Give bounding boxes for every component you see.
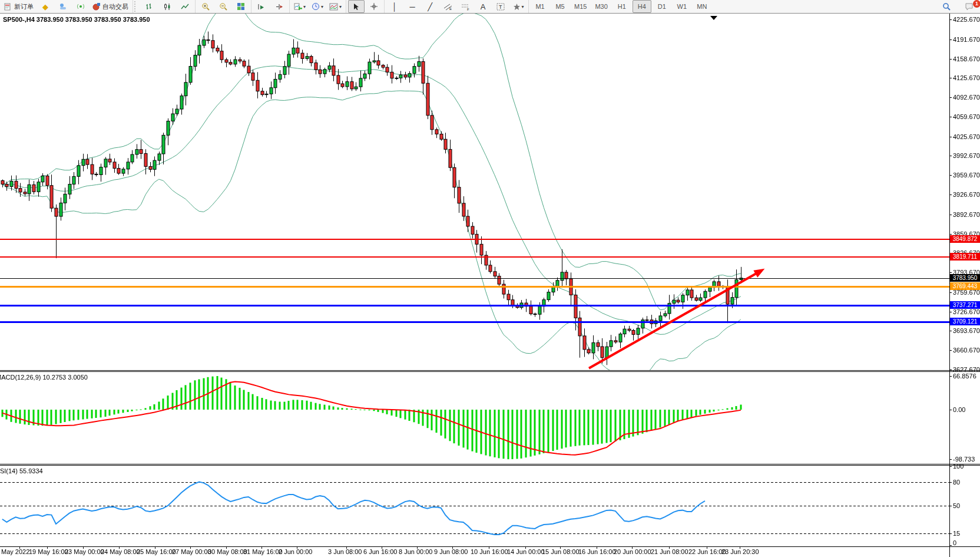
time-axis-label: 9 Jun 08:00 (434, 548, 468, 555)
objects-group: │ ─ ╱ E F A T ▾ (385, 0, 529, 13)
tile-windows-button[interactable] (233, 0, 249, 13)
toolbar-right: 1 (938, 0, 978, 13)
time-axis-label: 19 May 16:00 (29, 548, 68, 555)
publisher-icon (59, 2, 67, 11)
price-axis-tick: 4225.670 (953, 16, 980, 23)
auto-trading-button[interactable]: 自动交易 (90, 0, 131, 13)
price-line-badge: 3819.711 (950, 253, 980, 261)
chevron-down-icon: ▾ (321, 4, 323, 9)
time-axis-label: 16 Jun 16:00 (578, 548, 616, 555)
crosshair-icon (370, 2, 378, 11)
trading-platform-window: 新订单 ◆ 自动交易 (0, 0, 980, 557)
time-axis-label: May 2022 (1, 548, 29, 555)
templates-icon (329, 3, 338, 11)
chart-shift-icon (275, 3, 283, 11)
zoom-in-icon (201, 2, 210, 11)
price-line-badge: 3709.121 (950, 318, 980, 325)
price-line-badge: 3769.443 (950, 282, 980, 290)
fibo-button[interactable]: F (457, 0, 474, 13)
price-axis-tick: 4059.670 (953, 113, 980, 120)
price-axis-tick: 3992.670 (953, 152, 980, 159)
search-button[interactable] (938, 0, 955, 13)
chart-area: SP500-,H4 3783.950 3783.950 3783.950 378… (0, 13, 980, 557)
rsi-axis-tick: 100 (953, 463, 964, 470)
line-chart-button[interactable] (177, 0, 193, 13)
autotrade-icon (92, 2, 101, 11)
price-axis-tick: 4092.670 (953, 94, 980, 101)
time-axis-label: 23 May 00:00 (65, 548, 104, 555)
notifications-button[interactable]: 1 (961, 0, 977, 13)
zoom-group (196, 0, 251, 13)
text-icon: A (481, 3, 486, 11)
timeframe-h4-button[interactable]: H4 (633, 0, 651, 13)
time-axis-label: 10 Jun 16:00 (471, 548, 508, 555)
timeframe-d1-button[interactable]: D1 (653, 0, 671, 13)
timeframe-m30-button[interactable]: M30 (591, 0, 611, 13)
label-button[interactable]: T (492, 0, 509, 13)
price-line-badge: 3849.872 (950, 235, 980, 243)
price-axis-tick: 4191.670 (953, 36, 980, 43)
trendline-button[interactable]: ╱ (422, 0, 438, 13)
chevron-down-icon: ▾ (303, 4, 306, 9)
timeframe-w1-button[interactable]: W1 (673, 0, 691, 13)
indicators-icon (294, 2, 302, 11)
price-axis-tick: 3660.670 (953, 347, 980, 354)
text-button[interactable]: A (475, 0, 491, 13)
arrows-icon (513, 3, 521, 11)
auto-scroll-button[interactable] (253, 0, 270, 13)
time-axis-label: 3 Jun 08:00 (328, 548, 362, 555)
candle-chart-button[interactable] (159, 0, 176, 13)
signals-icon (77, 2, 85, 11)
rsi-axis-tick: 0 (953, 539, 956, 546)
time-axis-label: 14 Jun 00:00 (507, 548, 545, 555)
new-order-icon (4, 2, 12, 11)
chart-canvas[interactable] (0, 13, 980, 557)
toolbar-grip (134, 1, 138, 12)
scroll-group (251, 0, 290, 13)
macd-axis-tick: -98.733 (953, 456, 975, 463)
bar-chart-button[interactable] (141, 0, 158, 13)
time-axis-label: 24 May 08:00 (101, 548, 140, 555)
price-axis-tick: 3959.670 (953, 172, 980, 179)
chart-shift-button[interactable] (271, 0, 287, 13)
new-order-label: 新订单 (14, 2, 34, 11)
cursor-button[interactable] (348, 0, 365, 13)
templates-button[interactable]: ▾ (327, 0, 344, 13)
arrows-button[interactable]: ▾ (510, 0, 527, 13)
new-order-button[interactable]: 新订单 (2, 0, 36, 13)
candle-chart-icon (163, 3, 171, 11)
signals-button[interactable] (72, 0, 89, 13)
svg-text:F: F (467, 8, 469, 11)
mql-market-button[interactable]: ◆ (37, 0, 54, 13)
timeframe-m5-button[interactable]: M5 (551, 0, 570, 13)
pointer-group (346, 0, 385, 13)
time-axis-label: 6 Jun 16:00 (363, 548, 398, 555)
crosshair-button[interactable] (366, 0, 382, 13)
bar-chart-icon (145, 3, 154, 11)
zoom-in-button[interactable] (197, 0, 214, 13)
timeframe-m15-button[interactable]: M15 (571, 0, 590, 13)
macd-axis-tick: 66.8576 (953, 373, 976, 380)
vline-button[interactable]: │ (386, 0, 403, 13)
order-group: 新订单 ◆ 自动交易 (0, 0, 133, 13)
rsi-axis-tick: 15 (953, 530, 960, 537)
zoom-out-button[interactable] (215, 0, 231, 13)
time-axis-label: 25 May 16:00 (137, 548, 176, 555)
periods-button[interactable]: ▾ (309, 0, 326, 13)
price-axis-tick: 4025.670 (953, 133, 980, 140)
publisher-button[interactable] (55, 0, 71, 13)
macd-axis-tick: 0.00 (953, 406, 965, 413)
channel-button[interactable]: E (439, 0, 456, 13)
time-axis-label: 23 Jun 20:30 (721, 548, 759, 555)
channel-icon: E (443, 3, 452, 11)
timeframe-h1-button[interactable]: H1 (612, 0, 631, 13)
indicator-group: ▾ ▾ ▾ (290, 0, 346, 13)
line-chart-icon (181, 3, 189, 11)
time-axis-label: 27 May 00:00 (172, 548, 211, 555)
timeframe-mn-button[interactable]: MN (693, 0, 711, 13)
zoom-out-icon (219, 2, 228, 11)
hline-button[interactable]: ─ (404, 0, 421, 13)
notification-badge: 1 (973, 0, 980, 8)
timeframe-m1-button[interactable]: M1 (531, 0, 549, 13)
indicators-button[interactable]: ▾ (292, 0, 308, 13)
